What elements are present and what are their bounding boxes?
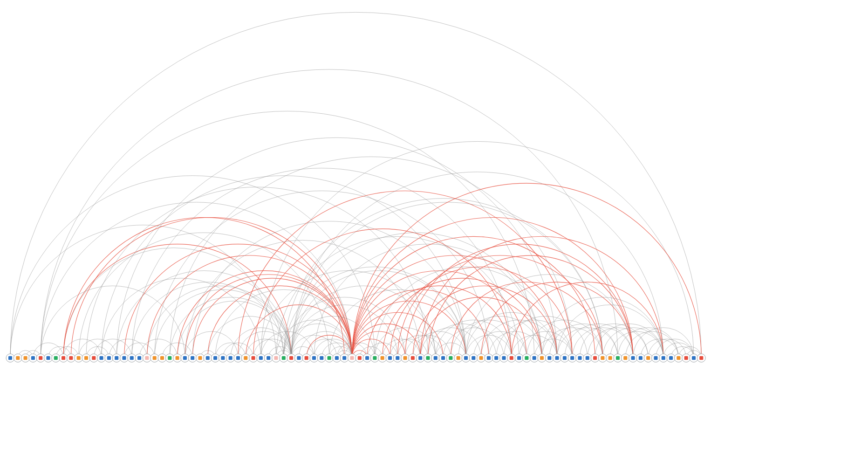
node[interactable]: [173, 354, 182, 362]
arc[interactable]: [41, 202, 352, 358]
node[interactable]: [52, 354, 60, 362]
node[interactable]: [120, 354, 129, 362]
node[interactable]: [75, 354, 83, 362]
node[interactable]: [462, 354, 470, 362]
arc[interactable]: [352, 217, 633, 358]
node[interactable]: [143, 354, 151, 362]
arc[interactable]: [284, 199, 603, 358]
node[interactable]: [378, 354, 387, 362]
node[interactable]: [621, 354, 629, 362]
arc[interactable]: [63, 244, 291, 358]
node[interactable]: [211, 354, 219, 362]
node[interactable]: [530, 354, 539, 362]
node[interactable]: [135, 354, 144, 362]
node[interactable]: [629, 354, 637, 362]
node[interactable]: [363, 354, 371, 362]
node[interactable]: [386, 354, 394, 362]
node[interactable]: [317, 354, 326, 362]
node[interactable]: [264, 354, 273, 362]
node[interactable]: [598, 354, 607, 362]
node[interactable]: [89, 354, 98, 362]
node[interactable]: [431, 354, 440, 362]
node[interactable]: [553, 354, 561, 362]
node[interactable]: [36, 354, 45, 362]
node[interactable]: [21, 354, 30, 362]
arc[interactable]: [102, 176, 466, 358]
node[interactable]: [59, 354, 68, 362]
node[interactable]: [424, 354, 432, 362]
node[interactable]: [158, 354, 166, 362]
node[interactable]: [667, 354, 675, 362]
arc[interactable]: [352, 271, 527, 358]
node[interactable]: [294, 354, 303, 362]
node[interactable]: [515, 354, 523, 362]
node[interactable]: [674, 354, 683, 362]
node[interactable]: [325, 354, 334, 362]
node[interactable]: [568, 354, 576, 362]
node[interactable]: [249, 354, 258, 362]
node[interactable]: [112, 354, 121, 362]
arc[interactable]: [178, 271, 352, 358]
arc[interactable]: [63, 217, 344, 358]
node[interactable]: [370, 354, 379, 362]
node[interactable]: [644, 354, 652, 362]
node[interactable]: [14, 354, 22, 362]
node[interactable]: [287, 354, 295, 362]
node[interactable]: [196, 354, 205, 362]
node[interactable]: [522, 354, 531, 362]
node[interactable]: [280, 354, 288, 362]
node[interactable]: [682, 354, 690, 362]
node[interactable]: [105, 354, 113, 362]
node[interactable]: [67, 354, 75, 362]
node[interactable]: [333, 354, 341, 362]
arc[interactable]: [291, 271, 466, 358]
node[interactable]: [446, 354, 455, 362]
node[interactable]: [416, 354, 424, 362]
node[interactable]: [583, 354, 592, 362]
node[interactable]: [606, 354, 615, 362]
node[interactable]: [560, 354, 569, 362]
node[interactable]: [697, 354, 705, 362]
node[interactable]: [165, 354, 174, 362]
node[interactable]: [128, 354, 136, 362]
arc[interactable]: [10, 176, 375, 358]
node[interactable]: [241, 354, 250, 362]
node[interactable]: [150, 354, 159, 362]
node[interactable]: [507, 354, 516, 362]
node[interactable]: [257, 354, 265, 362]
node[interactable]: [545, 354, 554, 362]
node[interactable]: [310, 354, 318, 362]
node[interactable]: [477, 354, 485, 362]
node[interactable]: [340, 354, 349, 362]
node[interactable]: [439, 354, 447, 362]
node[interactable]: [393, 354, 402, 362]
node[interactable]: [409, 354, 417, 362]
node[interactable]: [614, 354, 622, 362]
node[interactable]: [469, 354, 478, 362]
node[interactable]: [181, 354, 189, 362]
arc[interactable]: [41, 286, 185, 358]
node[interactable]: [272, 354, 280, 362]
node[interactable]: [454, 354, 463, 362]
node[interactable]: [500, 354, 508, 362]
arc[interactable]: [10, 225, 276, 358]
node[interactable]: [659, 354, 668, 362]
arc[interactable]: [41, 69, 618, 358]
node[interactable]: [485, 354, 493, 362]
node[interactable]: [690, 354, 698, 362]
node[interactable]: [401, 354, 410, 362]
arc[interactable]: [526, 320, 602, 358]
node[interactable]: [188, 354, 197, 362]
node[interactable]: [82, 354, 90, 362]
node[interactable]: [355, 354, 364, 362]
arc[interactable]: [367, 286, 512, 358]
node[interactable]: [219, 354, 227, 362]
node[interactable]: [204, 354, 212, 362]
arc[interactable]: [178, 301, 291, 358]
node[interactable]: [97, 354, 106, 362]
node[interactable]: [226, 354, 235, 362]
node[interactable]: [576, 354, 584, 362]
node[interactable]: [652, 354, 660, 362]
node[interactable]: [348, 354, 356, 362]
node[interactable]: [492, 354, 500, 362]
